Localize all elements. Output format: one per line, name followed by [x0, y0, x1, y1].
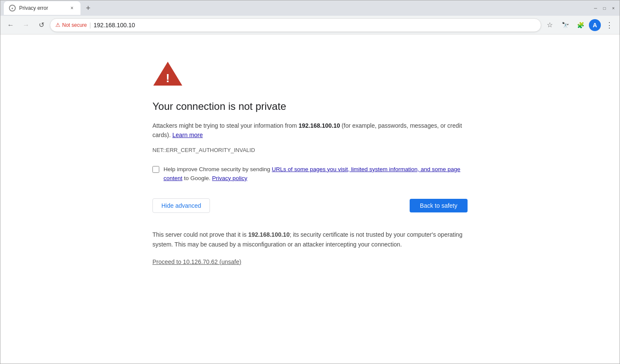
address-bar[interactable]: ⚠ Not secure | 192.168.100.10	[50, 18, 541, 32]
puzzle-icon: 🧩	[577, 22, 584, 29]
checkbox-suffix: to Google.	[182, 175, 210, 181]
menu-button[interactable]: ⋮	[603, 18, 616, 32]
maximize-button[interactable]: □	[602, 6, 607, 11]
error-container: ! Your connection is not private Attacke…	[152, 60, 468, 266]
address-separator: |	[89, 22, 91, 29]
reload-icon: ↺	[39, 21, 44, 29]
not-secure-label: Not secure	[62, 22, 87, 28]
browser-window: ● Privacy error × + ─ □ × ← → ↺ ⚠ Not se…	[0, 0, 620, 364]
hide-advanced-button[interactable]: Hide advanced	[152, 198, 210, 213]
star-icon: ☆	[547, 21, 553, 29]
page-content: ! Your connection is not private Attacke…	[0, 34, 620, 364]
forward-icon: →	[23, 21, 29, 29]
checkbox-row: Help improve Chrome security by sending …	[152, 165, 468, 183]
privacy-policy-link[interactable]: Privacy policy	[212, 175, 247, 181]
profile-avatar[interactable]: A	[589, 19, 601, 31]
address-text: 192.168.100.10	[94, 22, 135, 29]
back-button[interactable]: ←	[4, 18, 17, 32]
browser-tab[interactable]: ● Privacy error ×	[4, 1, 80, 15]
extensions-button[interactable]: 🔭	[558, 18, 572, 32]
checkbox-prefix: Help improve Chrome security by sending	[164, 166, 272, 172]
bookmark-button[interactable]: ☆	[543, 18, 557, 32]
svg-text:!: !	[166, 72, 169, 85]
tab-favicon: ●	[9, 5, 16, 11]
navigation-bar: ← → ↺ ⚠ Not secure | 192.168.100.10 ☆ 🔭 …	[0, 16, 620, 34]
title-bar: ● Privacy error × + ─ □ ×	[0, 0, 620, 16]
minimize-button[interactable]: ─	[593, 6, 598, 11]
reload-button[interactable]: ↺	[34, 18, 48, 32]
button-row: Hide advanced Back to safety	[152, 198, 468, 213]
error-description: Attackers might be trying to steal your …	[152, 121, 468, 140]
advanced-domain: 192.168.100.10	[248, 231, 290, 238]
error-code: NET::ERR_CERT_AUTHORITY_INVALID	[152, 147, 468, 153]
tab-title: Privacy error	[19, 5, 65, 11]
puzzle-button[interactable]: 🧩	[574, 18, 587, 32]
description-prefix: Attackers might be trying to steal your …	[152, 122, 299, 129]
learn-more-link[interactable]: Learn more	[172, 132, 203, 138]
new-tab-button[interactable]: +	[82, 2, 94, 14]
security-warning: ⚠ Not secure	[55, 22, 87, 28]
back-icon: ←	[7, 21, 14, 29]
security-checkbox[interactable]	[152, 166, 159, 173]
advanced-prefix: This server could not prove that it is	[152, 231, 248, 238]
window-controls: ─ □ ×	[593, 6, 616, 11]
advanced-description: This server could not prove that it is 1…	[152, 230, 468, 249]
nav-right-controls: ☆ 🔭 🧩 A ⋮	[543, 18, 616, 32]
checkbox-label: Help improve Chrome security by sending …	[164, 165, 468, 183]
proceed-link[interactable]: Proceed to 10.126.70.62 (unsafe)	[152, 258, 241, 265]
window-close-button[interactable]: ×	[611, 6, 616, 11]
error-heading: Your connection is not private	[152, 100, 468, 112]
warning-triangle-graphic: !	[152, 60, 183, 87]
forward-button[interactable]: →	[19, 18, 33, 32]
extensions-icon: 🔭	[562, 22, 569, 29]
tab-close-button[interactable]: ×	[69, 5, 75, 11]
error-domain: 192.168.100.10	[299, 122, 340, 129]
warning-triangle-icon: ⚠	[55, 22, 60, 28]
title-bar-left: ● Privacy error × +	[4, 1, 591, 15]
back-to-safety-button[interactable]: Back to safety	[410, 199, 468, 212]
menu-icon: ⋮	[606, 20, 613, 30]
